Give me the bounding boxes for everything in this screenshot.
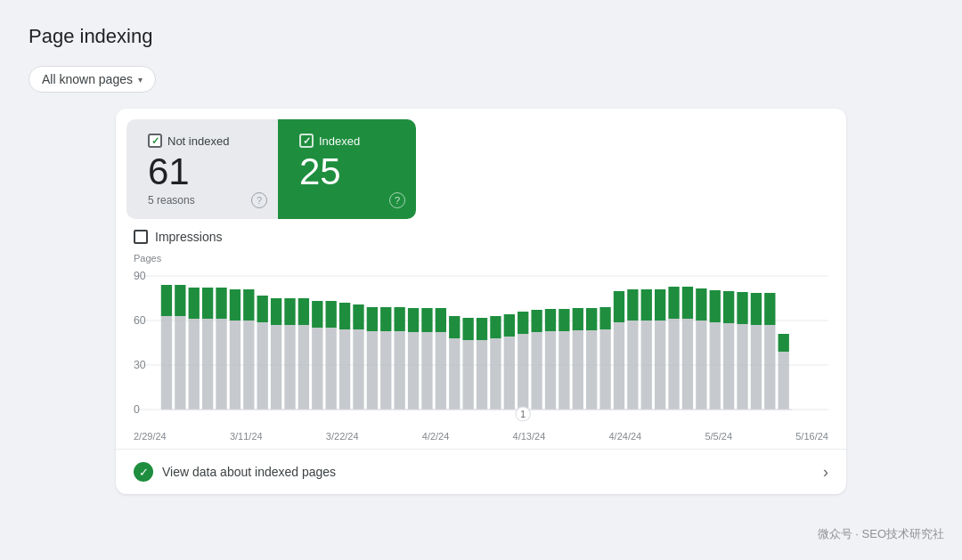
page-container: Page indexing All known pages ▾ ✓ Not in…	[0, 0, 962, 560]
filter-row: All known pages ▾	[29, 66, 933, 93]
svg-rect-96	[764, 325, 775, 410]
svg-rect-11	[175, 285, 185, 316]
svg-rect-23	[257, 296, 268, 322]
svg-rect-68	[573, 330, 583, 410]
svg-rect-87	[696, 288, 706, 321]
svg-rect-41	[380, 307, 391, 331]
svg-rect-50	[449, 338, 460, 410]
svg-rect-30	[312, 328, 322, 410]
page-title: Page indexing	[29, 25, 933, 48]
svg-rect-95	[751, 293, 762, 325]
help-icon-indexed[interactable]: ?	[389, 192, 405, 208]
svg-rect-81	[655, 289, 665, 321]
svg-rect-99	[779, 334, 789, 352]
svg-rect-19	[230, 289, 240, 321]
svg-text:90: 90	[134, 270, 146, 282]
svg-rect-78	[641, 321, 652, 410]
svg-rect-32	[326, 328, 337, 410]
chart-svg: 90 60 30 0	[134, 267, 828, 427]
svg-rect-56	[490, 338, 501, 410]
svg-rect-70	[586, 330, 597, 410]
svg-rect-44	[408, 332, 419, 410]
svg-rect-26	[284, 325, 295, 410]
svg-rect-88	[710, 322, 721, 410]
svg-rect-45	[408, 308, 419, 332]
x-label-5: 4/13/24	[513, 431, 546, 442]
svg-rect-54	[477, 340, 487, 410]
svg-rect-39	[367, 307, 378, 331]
indexed-count: 25	[299, 153, 395, 191]
svg-rect-33	[326, 301, 337, 328]
svg-rect-46	[421, 332, 432, 410]
svg-text:1: 1	[520, 410, 526, 419]
x-label-3: 3/22/24	[326, 431, 359, 442]
svg-rect-80	[655, 321, 665, 410]
not-indexed-box: ✓ Not indexed 61 5 reasons ?	[126, 119, 278, 219]
impressions-checkbox-icon[interactable]	[134, 230, 148, 244]
svg-rect-12	[189, 319, 200, 410]
svg-rect-77	[627, 289, 638, 321]
svg-rect-94	[751, 325, 762, 410]
x-label-8: 5/16/24	[795, 431, 828, 442]
svg-rect-90	[723, 323, 734, 410]
svg-rect-47	[421, 308, 432, 332]
bars: 1	[161, 285, 792, 421]
svg-rect-53	[462, 318, 473, 340]
indexed-checkbox-icon: ✓	[299, 134, 314, 148]
x-label-4: 4/2/24	[422, 431, 450, 442]
svg-rect-76	[627, 321, 638, 410]
svg-rect-67	[558, 309, 569, 331]
svg-text:60: 60	[134, 314, 146, 327]
svg-rect-28	[298, 325, 309, 410]
impressions-label-row: Impressions	[134, 230, 828, 244]
view-data-chevron-icon: ›	[823, 463, 828, 482]
svg-rect-93	[737, 292, 747, 324]
not-indexed-label: ✓ Not indexed	[148, 134, 257, 148]
x-label-7: 5/5/24	[705, 431, 732, 442]
svg-text:30: 30	[134, 359, 146, 371]
chart-area: Pages 90 60 30 0	[116, 253, 846, 442]
svg-rect-73	[599, 307, 610, 329]
svg-rect-38	[367, 331, 378, 410]
svg-rect-79	[641, 289, 652, 321]
chevron-down-icon: ▾	[138, 75, 143, 85]
svg-rect-69	[573, 308, 583, 330]
svg-rect-34	[339, 329, 350, 410]
not-indexed-checkbox-icon: ✓	[148, 134, 162, 148]
svg-rect-43	[395, 307, 405, 331]
svg-rect-97	[764, 293, 775, 325]
view-data-row[interactable]: ✓ View data about indexed pages ›	[116, 449, 846, 494]
svg-rect-61	[518, 312, 528, 334]
svg-rect-92	[737, 324, 747, 410]
svg-text:0: 0	[134, 403, 140, 416]
svg-rect-57	[490, 316, 501, 338]
not-indexed-sub: 5 reasons	[148, 194, 257, 207]
watermark: 微众号 · SEO技术研究社	[818, 526, 944, 542]
svg-rect-24	[271, 325, 281, 410]
svg-rect-37	[353, 304, 363, 329]
chart-container: 90 60 30 0	[134, 267, 828, 427]
indexed-box: ✓ Indexed 25 ?	[278, 119, 416, 219]
not-indexed-count: 61	[148, 153, 257, 191]
svg-rect-49	[436, 308, 446, 332]
view-data-left: ✓ View data about indexed pages	[134, 462, 336, 482]
svg-rect-35	[339, 303, 350, 329]
svg-rect-18	[230, 321, 240, 410]
svg-rect-83	[668, 287, 679, 319]
svg-rect-65	[545, 309, 556, 331]
svg-rect-42	[395, 331, 405, 410]
svg-rect-62	[531, 332, 542, 410]
svg-rect-36	[353, 329, 363, 410]
main-card: ✓ Not indexed 61 5 reasons ? ✓ Indexed 2…	[116, 109, 846, 494]
x-axis-labels: 2/29/24 3/11/24 3/22/24 4/2/24 4/13/24 4…	[134, 427, 828, 442]
svg-rect-71	[586, 308, 597, 330]
stats-wrapper: ✓ Not indexed 61 5 reasons ? ✓ Indexed 2…	[116, 109, 846, 219]
filter-button[interactable]: All known pages ▾	[29, 66, 156, 93]
svg-rect-27	[284, 298, 295, 325]
svg-rect-17	[216, 288, 226, 319]
svg-rect-9	[161, 285, 172, 316]
help-icon-not-indexed[interactable]: ?	[251, 192, 267, 208]
svg-rect-40	[380, 331, 391, 410]
svg-rect-55	[477, 318, 487, 340]
svg-rect-86	[696, 321, 706, 410]
